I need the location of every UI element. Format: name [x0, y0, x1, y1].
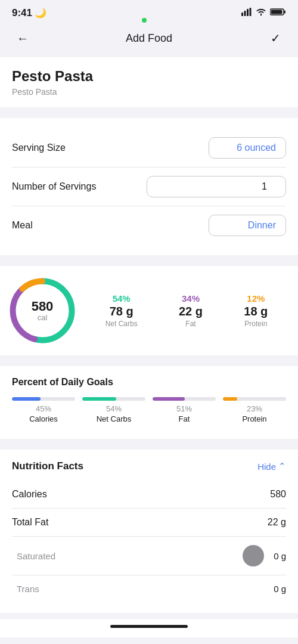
macro-stats: 54% 78 g Net Carbs 34% 22 g Fat 12% 18 g… [85, 293, 288, 328]
fat-pct: 34% [179, 293, 203, 304]
carbs-amount: 78 g [105, 305, 138, 318]
svg-rect-5 [271, 10, 282, 14]
hide-label: Hide [257, 462, 276, 472]
goals-title: Percent of Daily Goals [12, 377, 286, 388]
wifi-icon [256, 8, 266, 18]
fat-bar-fill [153, 397, 185, 401]
saturated-label: Saturated [12, 551, 55, 561]
calorie-number: 580 [32, 300, 54, 313]
battery-icon [270, 8, 286, 18]
serving-fields-card: Serving Size 6 ounced Number of Servings… [0, 118, 298, 255]
food-name: Pesto Pasta [12, 68, 286, 85]
number-of-servings-label: Number of Servings [12, 181, 96, 192]
status-time: 9:41 [12, 7, 32, 18]
hide-button[interactable]: Hide ⌃ [257, 461, 286, 472]
fat-amount: 22 g [179, 305, 203, 318]
protein-goal-pct: 23% [247, 404, 262, 413]
fat-label: Fat [179, 320, 203, 328]
carbs-label: Net Carbs [105, 320, 138, 328]
moon-icon: 🌙 [35, 8, 46, 18]
trans-row: Trans 0 g [12, 575, 286, 602]
protein-bar-fill [223, 397, 237, 401]
total-fat-label: Total Fat [12, 517, 48, 528]
goal-protein: 23% Protein [223, 397, 286, 423]
netcarbs-bar-track [82, 397, 145, 401]
macro-protein: 12% 18 g Protein [244, 293, 268, 328]
chevron-up-icon: ⌃ [278, 461, 286, 472]
calories-bar-fill [12, 397, 41, 401]
saturated-row: Saturated 0 g [12, 537, 286, 575]
protein-label: Protein [244, 320, 268, 328]
calories-nf-label: Calories [12, 489, 47, 500]
trans-value: 0 g [274, 584, 286, 594]
goals-bars: 45% Calories 54% Net Carbs 51% Fat 23% P… [12, 397, 286, 423]
divider-4 [0, 445, 298, 450]
trans-label: Trans [12, 584, 39, 594]
confirm-button[interactable]: ✓ [265, 27, 286, 49]
serving-size-row: Serving Size 6 ounced [12, 129, 286, 168]
goal-calories: 45% Calories [12, 397, 75, 423]
calories-goal-name: Calories [29, 414, 58, 423]
serving-size-button[interactable]: 6 ounced [209, 137, 286, 159]
netcarbs-goal-name: Net Carbs [97, 414, 132, 423]
calories-goal-pct: 45% [36, 404, 51, 413]
divider-2 [0, 261, 298, 266]
notification-dot [142, 18, 147, 23]
nutrition-facts-header: Nutrition Facts Hide ⌃ [12, 460, 286, 472]
protein-goal-name: Protein [242, 414, 266, 423]
protein-amount: 18 g [244, 305, 268, 318]
signal-icon [241, 8, 252, 18]
macro-carbs: 54% 78 g Net Carbs [105, 293, 138, 328]
protein-pct: 12% [244, 293, 268, 304]
serving-size-label: Serving Size [12, 143, 66, 153]
food-subtitle: Pesto Pasta [12, 87, 286, 97]
calories-nf-value: 580 [270, 489, 286, 500]
status-bar: 9:41 🌙 [0, 0, 298, 21]
meal-button[interactable]: Dinner [209, 215, 286, 236]
number-of-servings-input[interactable] [147, 176, 286, 197]
goals-section: Percent of Daily Goals 45% Calories 54% … [0, 366, 298, 439]
fat-bar-track [153, 397, 216, 401]
nutrition-summary-card: 580 cal 54% 78 g Net Carbs 34% 22 g Fat … [0, 266, 298, 355]
page-header: ← Add Food ✓ [0, 21, 298, 57]
status-time-container: 9:41 🌙 [12, 7, 46, 19]
svg-rect-3 [249, 8, 251, 16]
nutrition-facts-title: Nutrition Facts [12, 460, 83, 472]
calories-bar-track [12, 397, 75, 401]
total-fat-value: 22 g [268, 517, 286, 528]
page-title: Add Food [126, 32, 172, 45]
svg-rect-2 [247, 9, 249, 16]
saturated-value: 0 g [274, 551, 286, 561]
goal-fat: 51% Fat [153, 397, 216, 423]
nutrition-facts-section: Nutrition Facts Hide ⌃ Calories 580 Tota… [0, 450, 298, 613]
divider-1 [0, 113, 298, 118]
macro-fat: 34% 22 g Fat [179, 293, 203, 328]
number-of-servings-row: Number of Servings [12, 168, 286, 206]
calories-row: Calories 580 [12, 481, 286, 509]
status-icons [241, 8, 286, 18]
home-indicator-bar [110, 625, 188, 628]
goal-netcarbs: 54% Net Carbs [82, 397, 145, 423]
back-button[interactable]: ← [12, 27, 33, 49]
svg-rect-1 [244, 11, 246, 16]
meal-label: Meal [12, 220, 33, 231]
saturated-dot [243, 545, 264, 566]
svg-rect-0 [241, 13, 243, 16]
food-name-card: Pesto Pasta Pesto Pasta [0, 57, 298, 107]
netcarbs-goal-pct: 54% [106, 404, 122, 413]
fat-goal-pct: 51% [176, 404, 192, 413]
calorie-label: cal [32, 313, 54, 322]
protein-bar-track [223, 397, 286, 401]
carbs-pct: 54% [105, 293, 138, 304]
meal-row: Meal Dinner [12, 206, 286, 244]
svg-rect-6 [284, 11, 285, 14]
total-fat-row: Total Fat 22 g [12, 509, 286, 537]
fat-goal-name: Fat [179, 414, 190, 423]
netcarbs-bar-fill [82, 397, 116, 401]
divider-3 [0, 361, 298, 366]
calorie-donut: 580 cal [10, 278, 75, 343]
donut-center: 580 cal [32, 300, 54, 322]
home-indicator [0, 619, 298, 631]
